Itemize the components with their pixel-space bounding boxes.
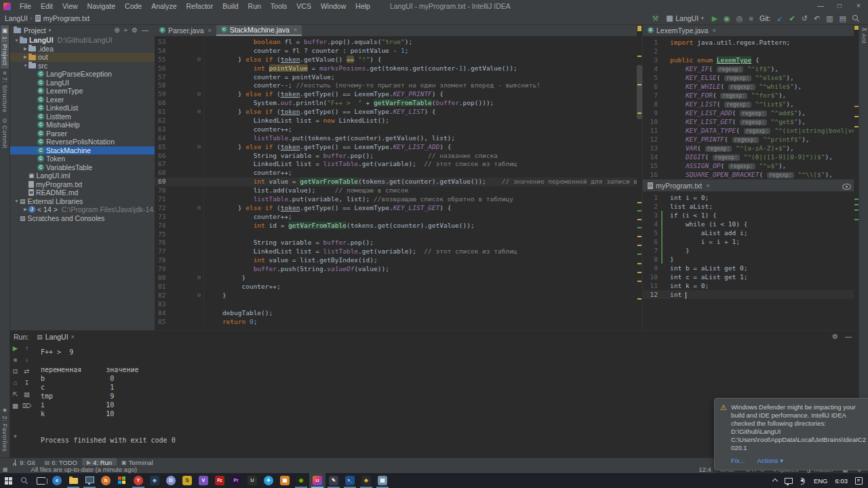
project-header-label[interactable]: Project xyxy=(24,26,46,35)
tree-item-langui-iml[interactable]: ▣LangUI.iml xyxy=(9,171,155,180)
menu-analyze[interactable]: Analyze xyxy=(146,2,181,10)
rerun-button[interactable]: ▶ xyxy=(13,345,18,352)
history-button[interactable]: ↺ xyxy=(802,13,808,24)
settings-button[interactable]: ⚙ xyxy=(130,26,140,34)
code-line[interactable]: 11 KEY_DATA_TYPE( regexp: "^(int|string|… xyxy=(643,126,859,135)
run-tab-langui[interactable]: ▤ LangUI × xyxy=(33,331,79,342)
tab-stackmachine-java[interactable]: CStackMachine.java× xyxy=(216,24,302,36)
close-icon[interactable]: × xyxy=(208,27,212,34)
taskbar-visual-studio[interactable]: V xyxy=(195,473,212,488)
taskbar-blender[interactable]: b xyxy=(98,473,114,488)
code-line[interactable]: 64 listTable.put(tokens.get(counter).get… xyxy=(155,134,642,143)
pin-button[interactable]: ⌖ xyxy=(14,433,17,440)
locate-button[interactable]: ⊕ xyxy=(112,26,121,34)
breadcrumb-project[interactable]: LangUI xyxy=(5,14,28,22)
close-icon[interactable]: × xyxy=(71,333,75,340)
tree-item-out[interactable]: ▶out xyxy=(9,53,155,62)
menu-build[interactable]: Build xyxy=(218,2,243,10)
code-line[interactable]: 76 String variable = buffer.pop(); xyxy=(155,239,642,247)
code-line[interactable]: 10 KEY_LIST_GET( regexp: "^get$"), xyxy=(643,117,859,126)
minimize-button[interactable]: — xyxy=(811,0,830,12)
tree-item-scratches-and-consoles[interactable]: ▧Scratches and Consoles xyxy=(9,214,155,223)
reader-mode-eye-icon[interactable] xyxy=(842,184,851,190)
error-stripe[interactable] xyxy=(637,24,642,330)
stop-button[interactable]: ■ xyxy=(14,357,18,363)
code-line[interactable]: 11int k = 0; xyxy=(643,281,859,290)
menu-help[interactable]: Help xyxy=(351,2,375,10)
code-line[interactable]: 2list aList; xyxy=(643,202,859,211)
settings-gear-icon[interactable]: ⚙ xyxy=(832,333,838,340)
tab-myprogram-txt[interactable]: myProgram.txt× xyxy=(643,180,715,191)
code-line[interactable]: 12 KEY_PRINTF( regexp: "^printf$"), xyxy=(643,135,859,144)
code-line[interactable]: 72⊟ } else if (token.getType() == LexemT… xyxy=(155,204,642,213)
tree-item-mishahelp[interactable]: CMishaHelp xyxy=(9,121,155,129)
taskbar-game-app[interactable]: ◆ xyxy=(146,473,163,488)
toolwindow-structure[interactable]: ≡ 7: Structure xyxy=(1,68,9,115)
fold-icon[interactable]: ⊟ xyxy=(195,204,203,213)
taskbar-task-view-button[interactable] xyxy=(33,473,49,488)
fold-icon[interactable]: ⊟ xyxy=(195,291,203,300)
taskbar-filezilla[interactable]: Fz xyxy=(212,473,228,488)
code-line[interactable]: 65⊟ } else if (token.getType() == LexemT… xyxy=(155,143,642,152)
code-line[interactable]: 74 int id = getVarFromTable(tokens.get(c… xyxy=(155,222,642,230)
menu-edit[interactable]: Edit xyxy=(36,2,58,10)
tree-item-idea[interactable]: ▶.idea xyxy=(9,45,155,54)
tree-item-token[interactable]: CToken xyxy=(9,155,155,163)
tree-item-readme-md[interactable]: MREADME.md xyxy=(9,188,155,197)
code-line[interactable]: 5 aList add i; xyxy=(643,228,859,237)
toolwindow-commit[interactable]: ⊙ Commit xyxy=(1,115,9,151)
toolwindow-project[interactable]: ▣ 1: Project xyxy=(1,24,9,68)
taskbar-powershell[interactable]: >_ xyxy=(342,473,358,488)
menu-run[interactable]: Run xyxy=(243,2,266,10)
debug-button[interactable]: ◉ xyxy=(724,13,730,24)
notification-popup[interactable]: ⚠ Windows Defender might be impacting yo… xyxy=(714,398,868,470)
menu-navigate[interactable]: Navigate xyxy=(83,2,120,10)
tab-lexemtype-java[interactable]: ELexemType.java× xyxy=(643,24,721,36)
code-line[interactable]: 70 list.add(value); // помещаю в список xyxy=(155,186,642,195)
code-line[interactable]: 4 KEY_IF( regexp: "^if$"), xyxy=(643,64,859,73)
code-line[interactable]: 14 DIGIT( regexp: "^(0|([1-9][0-9]*))$")… xyxy=(643,152,859,161)
tree-item-lexer[interactable]: CLexer xyxy=(9,96,155,104)
collapse-arrow-icon[interactable]: ▼ xyxy=(14,38,20,43)
tray-speaker-icon[interactable] xyxy=(800,479,804,483)
taskbar-premiere[interactable]: Pr xyxy=(228,473,244,488)
run-config-select[interactable]: LangUI▾ xyxy=(665,14,705,22)
fold-icon[interactable]: ⊟ xyxy=(195,108,203,117)
code-line[interactable]: 60 System.out.println("F++ > " + getVarF… xyxy=(155,99,642,108)
tree-item-langparseexception[interactable]: CLangParseException xyxy=(9,70,155,79)
taskbar-onenote[interactable]: ▤ xyxy=(374,473,391,488)
tree-item-parser[interactable]: CParser xyxy=(9,129,155,138)
shelve-button[interactable]: ▥ xyxy=(826,13,833,24)
code-line[interactable]: 84 debugTable(); xyxy=(155,309,642,318)
tree-item-reversepolisnotation[interactable]: CReversePolisNotation xyxy=(9,138,155,146)
tree-item-langui[interactable]: CLangUI xyxy=(9,79,155,87)
code-line[interactable]: 56 int pointValue = marksPosions.get(tok… xyxy=(155,64,642,73)
code-line[interactable]: 79 buffer.push(String.valueOf(value)); xyxy=(155,265,642,274)
search-everywhere-button-icon[interactable] xyxy=(852,15,860,22)
code-line[interactable]: 3public enum LexemType { xyxy=(643,56,859,64)
code-line[interactable]: 53 boolean fl = buffer.pop().equals("tru… xyxy=(155,38,642,47)
code-line[interactable]: 80⊟ } xyxy=(155,274,642,283)
menu-file[interactable]: File xyxy=(15,2,36,10)
settings-button[interactable]: ⌂ xyxy=(14,380,18,386)
taskbar-krita[interactable]: ✎ xyxy=(326,473,342,488)
code-line[interactable]: 58 counter--; //костыль (почему-то прыга… xyxy=(155,81,642,90)
code-line[interactable]: 73 counter++; xyxy=(155,213,642,222)
code-line[interactable]: 68 counter++; xyxy=(155,169,642,178)
tray-language[interactable]: ENG xyxy=(814,477,828,485)
code-line[interactable]: 13 VAR( regexp: "^[a-zA-Z]+$"), xyxy=(643,144,859,152)
hide-panel-icon[interactable]: — xyxy=(845,333,852,340)
vcs-status-text[interactable]: All files are up-to-date (a minute ago) xyxy=(31,466,137,473)
tree-item-myprogram-txt[interactable]: myProgram.txt xyxy=(9,180,155,189)
diff-button[interactable]: ▤ xyxy=(840,13,846,24)
tree-item-lexemtype[interactable]: ELexemType xyxy=(9,87,155,96)
scrollbar-thumb[interactable] xyxy=(637,65,642,119)
tray-expand-icon[interactable] xyxy=(772,479,778,484)
taskbar-edge[interactable]: e xyxy=(49,473,65,488)
next-occurrence-button[interactable]: ↓ xyxy=(25,357,28,363)
taskbar-office-app[interactable] xyxy=(114,473,130,488)
taskbar-intellij-idea[interactable]: IJ xyxy=(309,473,326,488)
code-line[interactable]: 6 i = i + 1; xyxy=(643,237,859,246)
code-line[interactable]: 7 KEY_FOR( regexp: "^for$"), xyxy=(643,91,859,100)
taskbar-snagit-app[interactable]: S xyxy=(179,473,195,488)
